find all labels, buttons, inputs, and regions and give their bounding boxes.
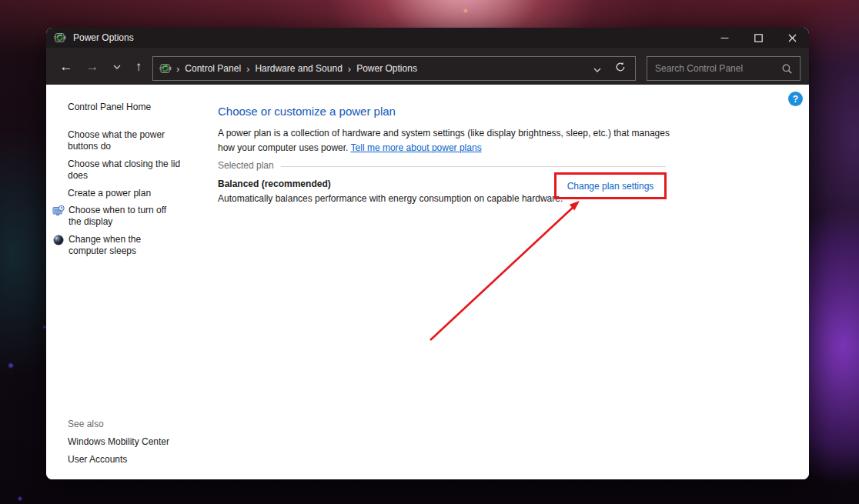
display-clock-icon bbox=[52, 205, 65, 217]
maximize-button[interactable] bbox=[741, 28, 775, 48]
main-panel: Choose or customize a power plan A power… bbox=[218, 85, 809, 479]
intro-paragraph: A power plan is a collection of hardware… bbox=[218, 126, 673, 155]
arrow-up-icon: ↑ bbox=[135, 59, 142, 75]
plan-name: Balanced (recommended) bbox=[218, 179, 331, 189]
page-title: Choose or customize a power plan bbox=[218, 105, 396, 118]
titlebar: Power Options bbox=[46, 28, 809, 48]
breadcrumb-hardware-and-sound[interactable]: Hardware and Sound bbox=[249, 63, 347, 74]
arrow-right-icon: → bbox=[86, 59, 99, 75]
minimize-button[interactable] bbox=[707, 28, 741, 48]
question-mark-icon: ? bbox=[793, 94, 798, 105]
selected-plan-label: Selected plan bbox=[218, 160, 274, 171]
back-button[interactable]: ← bbox=[55, 57, 77, 77]
sidebar-item-closing-lid[interactable]: Choose what closing the lid does bbox=[68, 159, 192, 182]
maximize-icon bbox=[754, 34, 763, 42]
navigation-bar: ← → ↑ › Control Panel › Hardware and So bbox=[46, 48, 809, 85]
content-area: Control Panel Home Choose what the power… bbox=[46, 85, 809, 479]
recent-locations-button[interactable] bbox=[106, 57, 128, 77]
power-options-icon bbox=[159, 62, 172, 75]
moon-sleep-icon bbox=[52, 234, 65, 246]
help-button[interactable]: ? bbox=[788, 92, 803, 106]
change-plan-settings-link[interactable]: Change plan settings bbox=[567, 181, 654, 192]
sidebar-item-create-power-plan[interactable]: Create a power plan bbox=[68, 188, 192, 199]
search-icon[interactable] bbox=[782, 64, 800, 74]
sidebar-link-windows-mobility-center[interactable]: Windows Mobility Center bbox=[68, 436, 169, 447]
sidebar-item-computer-sleeps[interactable]: Change when the computer sleeps bbox=[52, 234, 177, 257]
breadcrumb-control-panel[interactable]: Control Panel bbox=[179, 63, 246, 74]
refresh-button[interactable] bbox=[610, 62, 635, 75]
forward-button[interactable]: → bbox=[82, 57, 103, 77]
sidebar-item-turn-off-display[interactable]: Choose when to turn off the display bbox=[52, 205, 177, 228]
sidebar: Control Panel Home Choose what the power… bbox=[46, 85, 218, 479]
group-divider bbox=[281, 166, 666, 167]
sidebar-link-user-accounts[interactable]: User Accounts bbox=[68, 454, 127, 465]
search-box bbox=[647, 56, 801, 81]
plan-description: Automatically balances performance with … bbox=[218, 193, 563, 204]
annotation-red-box: Change plan settings bbox=[554, 172, 667, 199]
sidebar-item-power-buttons[interactable]: Choose what the power buttons do bbox=[68, 129, 192, 152]
minimize-icon bbox=[720, 34, 729, 42]
refresh-icon bbox=[615, 62, 626, 72]
sidebar-item-label: Choose when to turn off the display bbox=[69, 205, 177, 228]
window-title: Power Options bbox=[73, 32, 134, 43]
up-button[interactable]: ↑ bbox=[128, 57, 149, 77]
selected-plan-group: Selected plan bbox=[218, 160, 666, 171]
chevron-down-icon bbox=[593, 68, 601, 72]
power-options-window: Power Options ← → ↑ bbox=[46, 28, 809, 479]
breadcrumb-power-options[interactable]: Power Options bbox=[351, 63, 423, 74]
address-dropdown-button[interactable] bbox=[584, 62, 610, 75]
arrow-left-icon: ← bbox=[60, 59, 73, 75]
address-bar[interactable]: › Control Panel › Hardware and Sound › P… bbox=[152, 56, 636, 81]
caption-buttons bbox=[707, 28, 809, 48]
sidebar-item-control-panel-home[interactable]: Control Panel Home bbox=[68, 102, 192, 113]
close-icon bbox=[788, 34, 797, 42]
see-also-heading: See also bbox=[68, 419, 104, 429]
chevron-down-icon bbox=[113, 65, 121, 69]
sidebar-item-label: Change when the computer sleeps bbox=[69, 234, 177, 257]
address-bar-controls bbox=[584, 62, 635, 75]
close-button[interactable] bbox=[775, 28, 809, 48]
tell-me-more-link[interactable]: Tell me more about power plans bbox=[351, 142, 482, 153]
search-input[interactable] bbox=[647, 63, 782, 74]
power-options-icon bbox=[54, 32, 66, 44]
